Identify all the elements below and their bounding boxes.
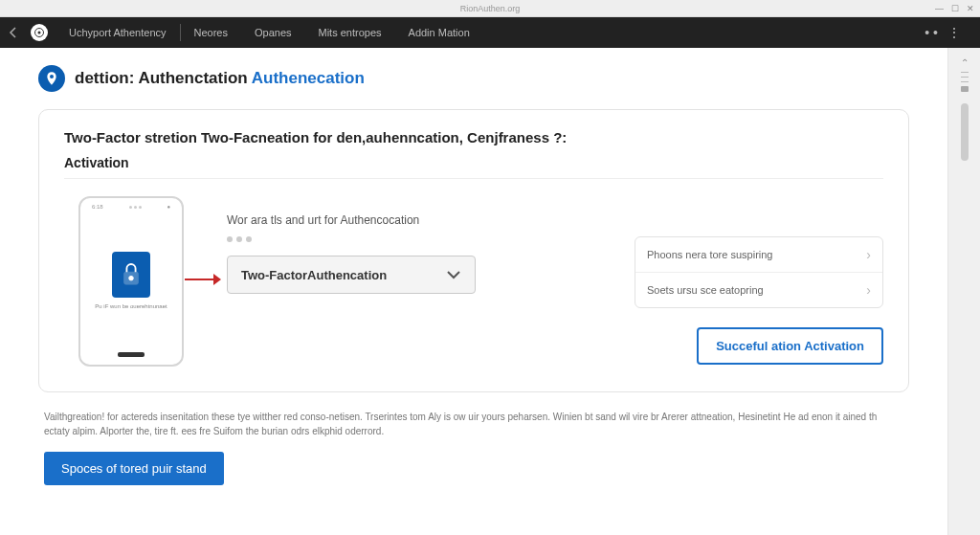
card-title: Two-Factor stretion Two-Facneation for d… [64,129,883,145]
home-indicator [118,352,145,357]
nav-brand[interactable]: Uchyport Athentency [56,17,180,48]
scroll-thumb[interactable] [961,103,969,161]
top-nav: Uchyport Athentency Neores Opanes Mits e… [0,17,980,48]
window-close[interactable]: ✕ [967,0,974,17]
nav-item-0[interactable]: Neores [181,17,241,48]
window-title: RionAuthen.org [460,4,521,13]
back-button[interactable] [0,27,27,38]
scrollbar[interactable]: ⌃ [947,48,980,535]
svg-point-1 [38,32,41,34]
lock-icon [112,252,150,298]
option-sms[interactable]: Soets ursu sce eatopring › [635,272,882,307]
select-label: Two-FactorAuthencation [241,268,387,282]
activate-button[interactable]: Succeful ation Activation [697,327,883,365]
scroll-up-icon[interactable]: ⌃ [961,57,969,68]
page-title: dettion: Authenctation Authenecation [75,69,365,88]
loading-dots [227,236,606,242]
brand-icon [31,24,48,41]
auth-method-select[interactable]: Two-FactorAuthencation [227,256,476,294]
page-header: dettion: Authenctation Authenecation [38,65,909,92]
brand-logo-icon [38,65,65,92]
window-titlebar: RionAuthen.org — ☐ ✕ [0,0,980,17]
nav-overflow[interactable]: • • ⋮ [924,26,961,39]
option-phone[interactable]: Phoons nera tore suspiring › [635,237,882,272]
chevron-right-icon: › [866,247,871,262]
options-list: Phoons nera tore suspiring › Soets ursu … [635,236,883,308]
footer-description: Vailthgreation! for actereds insenitatio… [44,410,903,438]
instruction-text: Wor ara tls and urt for Authencocation [227,213,606,227]
svg-marker-5 [213,274,221,285]
window-maximize[interactable]: ☐ [951,0,959,17]
proceed-button[interactable]: Spoces of tored puir stand [44,452,224,485]
chevron-right-icon: › [866,282,871,298]
nav-item-3[interactable]: Addin Mation [395,17,483,48]
svg-point-3 [129,276,134,280]
card-subtitle: Activation [64,155,883,179]
chevron-down-icon [446,268,461,282]
arrow-icon [183,271,221,292]
nav-item-1[interactable]: Opanes [241,17,305,48]
phone-illustration: 6:18 ● Pu iF wun be ouerehtnunaet [78,196,184,367]
nav-item-2[interactable]: Mits entropes [305,17,395,48]
window-minimize[interactable]: — [935,0,944,17]
nav-menu-icon[interactable]: ⋮ [947,26,961,39]
phone-caption: Pu iF wun be ouerehtnunaet [91,303,170,310]
activation-card: Two-Factor stretion Two-Facneation for d… [38,109,909,392]
